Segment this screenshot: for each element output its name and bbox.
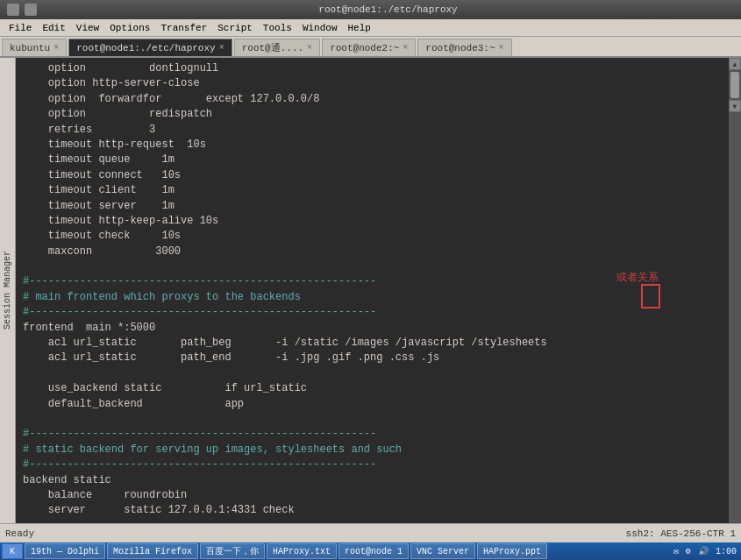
sidebar-label: Session Manager: [3, 251, 12, 330]
annotation-text: 或者关系: [616, 270, 659, 285]
scroll-down-button[interactable]: ▼: [729, 100, 741, 112]
taskbar-item-2[interactable]: 百度一下，你: [200, 543, 265, 559]
tab-close-2[interactable]: ×: [307, 43, 312, 53]
tab-bar: kubuntu×root@node1:./etc/haproxy×root@通.…: [0, 37, 741, 58]
taskbar-item-5[interactable]: VNC Server: [410, 543, 475, 559]
scrollbar[interactable]: ▲ ▼: [729, 58, 741, 523]
menu-item-help[interactable]: Help: [342, 21, 375, 35]
taskbar-item-0[interactable]: 19th — Dolphi: [25, 543, 105, 559]
menu-bar: FileEditViewOptionsTransferScriptToolsWi…: [0, 19, 741, 37]
session-manager-sidebar: Session Manager: [0, 58, 16, 523]
menu-item-file[interactable]: File: [4, 21, 37, 35]
menu-item-options[interactable]: Options: [104, 21, 155, 35]
main-area: Session Manager option dontlognull optio…: [0, 58, 741, 523]
status-left: Ready: [5, 528, 626, 539]
menu-item-view[interactable]: View: [71, 21, 104, 35]
terminal-text: option dontlognull option http-server-cl…: [23, 61, 722, 523]
tab-3[interactable]: root@node2:~×: [322, 39, 416, 56]
title-bar: root@node1:./etc/haproxy: [0, 0, 741, 19]
tab-close-0[interactable]: ×: [53, 43, 59, 53]
tray-icon[interactable]: 🔊: [695, 546, 711, 556]
menu-item-edit[interactable]: Edit: [37, 21, 70, 35]
tab-label-4: root@node3:~: [425, 43, 495, 53]
tray-icon[interactable]: ✉: [671, 546, 681, 556]
window-icon: [7, 4, 19, 16]
tab-2[interactable]: root@通....×: [234, 39, 320, 56]
system-tray: ✉⚙🔊1:00: [671, 546, 739, 556]
status-right: ssh2: AES-256-CTR 1: [626, 528, 736, 539]
taskbar: K19th — DolphiMozilla Firefox百度一下，你HAPro…: [0, 542, 741, 560]
tab-close-4[interactable]: ×: [499, 43, 504, 53]
tab-close-3[interactable]: ×: [403, 43, 408, 53]
tab-4[interactable]: root@node3:~×: [417, 39, 511, 56]
taskbar-item-1[interactable]: Mozilla Firefox: [107, 543, 198, 559]
tab-label-2: root@通....: [242, 41, 303, 54]
menu-item-script[interactable]: Script: [212, 21, 258, 35]
tab-label-3: root@node2:~: [330, 43, 399, 53]
terminal-content[interactable]: option dontlognull option http-server-cl…: [16, 58, 729, 523]
status-bar: Ready ssh2: AES-256-CTR 1: [0, 523, 741, 542]
tray-icon[interactable]: ⚙: [683, 546, 694, 556]
scroll-up-button[interactable]: ▲: [729, 58, 741, 70]
tab-close-1[interactable]: ×: [219, 43, 224, 53]
tab-label-0: kubuntu: [10, 43, 50, 53]
menu-item-window[interactable]: Window: [297, 21, 343, 35]
window-title: root@node1:./etc/haproxy: [42, 4, 734, 15]
tray-icon[interactable]: 1:00: [713, 547, 739, 556]
tab-label-1: root@node1:./etc/haproxy: [76, 43, 215, 53]
menu-item-transfer[interactable]: Transfer: [155, 21, 212, 35]
menu-item-tools[interactable]: Tools: [258, 21, 297, 35]
scroll-thumb[interactable]: [730, 72, 739, 98]
taskbar-item-6[interactable]: HAProxy.ppt: [477, 543, 547, 559]
taskbar-item-3[interactable]: HAProxy.txt: [267, 543, 337, 559]
taskbar-item-4[interactable]: root@node 1: [338, 543, 409, 559]
tab-0[interactable]: kubuntu×: [2, 39, 67, 56]
start-button[interactable]: K: [2, 543, 23, 559]
tab-1[interactable]: root@node1:./etc/haproxy×: [68, 39, 232, 56]
annotation-rect: [641, 284, 660, 308]
window-icon2: [25, 4, 37, 16]
